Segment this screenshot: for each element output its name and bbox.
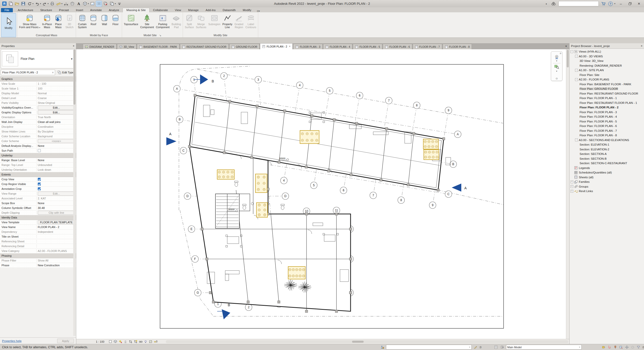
parking-component-button[interactable]: ParkingComponent — [155, 13, 170, 29]
text-a-icon[interactable]: A — [76, 1, 81, 7]
help-caret-icon[interactable]: ▾ — [614, 3, 615, 5]
analytical-model-icon[interactable] — [148, 340, 153, 344]
curtain-system-button[interactable]: CurtainSystem — [77, 13, 88, 29]
merge-surfaces-button[interactable]: MergeSurfaces — [195, 13, 207, 29]
section-header-underlay[interactable]: Underlay⌃ — [0, 153, 76, 158]
dimension-icon[interactable]: 1 — [63, 1, 69, 7]
ribbon-tab-massing-site[interactable]: Massing & Site — [123, 8, 149, 12]
property-row-crop-view[interactable]: Crop View — [0, 177, 76, 182]
thin-lines-icon[interactable] — [96, 1, 102, 7]
tree-expand-icon[interactable]: − — [575, 55, 578, 58]
ribbon-tab-annotate[interactable]: Annotate — [87, 8, 105, 12]
property-row-phase-filter[interactable]: Phase FilterShow All — [0, 258, 76, 263]
close-inactive-icon[interactable] — [103, 1, 108, 7]
search-prev-icon[interactable]: ◂ — [543, 1, 549, 7]
ribbon-tab-modify[interactable]: Modify — [239, 8, 255, 12]
tree-item-floor-plan-basement-floor-park[interactable]: Floor Plan: BASEMENT FLOOR - PARK — [570, 82, 644, 87]
property-row-associated-level[interactable]: Associated Level2. KAT — [0, 196, 76, 201]
active-only-filter-icon[interactable] — [500, 345, 505, 349]
drawing-canvas[interactable]: 11223344556677889910101111AABBCCDDEEFFGG — [76, 49, 569, 339]
tree-expand-icon[interactable]: + — [571, 181, 573, 183]
tree-item-revit-links[interactable]: +Revit Links — [570, 189, 644, 194]
property-row-column-symbolic-offset[interactable]: Column Symbolic Offset30.48 — [0, 206, 76, 210]
property-row-view-scale[interactable]: View Scale1 : 100 — [0, 81, 76, 86]
tree-item-floor-plan-site[interactable]: Floor Plan: Site — [570, 73, 644, 77]
property-line-button[interactable]: PropertyLine — [222, 13, 233, 29]
measure-icon[interactable] — [56, 1, 61, 7]
worksets-icon[interactable] — [380, 345, 385, 349]
tree-item-floor-plan-restaurant-ground-floor[interactable]: Floor Plan: RESTAURANT GROUND FLOOR — [570, 91, 644, 96]
building-lower-wing[interactable] — [190, 147, 351, 311]
roof--button[interactable]: Roof — [88, 13, 99, 26]
section-header-identity-data[interactable]: Identity Data⌃ — [0, 215, 76, 220]
property-row-crop-region-visible[interactable]: Crop Region Visible — [0, 182, 76, 187]
wall--button[interactable]: Wall — [99, 13, 110, 26]
property-row-color-scheme[interactable]: Color Scheme<none> — [0, 139, 76, 144]
tree-item-groups[interactable]: +Groups — [570, 184, 644, 189]
ribbon-tab-add-ins[interactable]: Add-Ins — [202, 8, 219, 12]
tree-item-schedules-quantities-all-[interactable]: Schedules/Quantities (all) — [570, 170, 644, 175]
minimize-button[interactable]: – — [617, 1, 624, 6]
view-tab-ground-floor[interactable]: GROUND FLOOR — [229, 44, 260, 49]
background-processes-icon[interactable] — [630, 345, 635, 349]
navbar-collapse-icon[interactable]: ⊖ — [555, 77, 558, 80]
ribbon-tab-insert[interactable]: Insert — [72, 8, 87, 12]
property-row-wall-join-display[interactable]: Wall Join DisplayClean all wall joins — [0, 120, 76, 124]
property-row-annotation-crop[interactable]: Annotation Crop — [0, 187, 76, 191]
select-elements-by-face-icon[interactable] — [619, 345, 623, 349]
view-tab-floor-plan-3[interactable]: FLOOR PLAN - 3 — [293, 44, 323, 49]
section-header-phasing[interactable]: Phasing⌃ — [0, 253, 76, 258]
tree-item-section-section-a[interactable]: Section: SECTION-A — [570, 152, 644, 156]
design-option-dropdown[interactable]: Main Model∨ — [506, 345, 582, 349]
tree-item-families[interactable]: +Families — [570, 180, 644, 184]
tag-icon[interactable] — [69, 1, 75, 7]
search-input[interactable] — [558, 1, 599, 6]
crop-region-icon[interactable] — [133, 340, 138, 344]
property-row-scope-box[interactable]: Scope BoxNone — [0, 201, 76, 206]
tree-item-floor-plan-floor-plan-2[interactable]: Floor Plan: FLOOR PLAN - 2 — [570, 105, 644, 110]
tree-item-a3-00-sections-and-elevations[interactable]: −A3.00 - SECTIONS AND ELEVATIONS — [570, 138, 644, 143]
app-store-cart-icon[interactable] — [601, 1, 606, 7]
checkbox[interactable] — [38, 178, 41, 181]
section-header-graphics[interactable]: Graphics⌃ — [0, 77, 76, 81]
property-row-view-category[interactable]: View CategoryA2.00 - FLOOR PLANS — [0, 249, 76, 253]
customize-caret-icon[interactable] — [117, 1, 122, 7]
editable-only-icon[interactable] — [473, 345, 478, 349]
type-selector[interactable]: Floor Plan ▼ — [1, 49, 75, 68]
tree-item-floor-plan-floor-plan-3[interactable]: Floor Plan: FLOOR PLAN - 3 — [570, 110, 644, 115]
ribbon-tab-structure[interactable]: Structure — [37, 8, 56, 12]
reveal-hidden-icon[interactable] — [138, 340, 143, 344]
property-row-scale-value-1-[interactable]: Scale Value 1:100 — [0, 86, 76, 91]
crop-view-icon[interactable] — [128, 340, 133, 344]
redo-caret-icon[interactable]: ▾ — [48, 3, 49, 5]
detail-cube-icon[interactable] — [113, 340, 118, 344]
property-row-view-name[interactable]: View NameFLOOR PLAN - 2 — [0, 225, 76, 230]
print-icon[interactable] — [49, 1, 55, 7]
view-tab-floor-plan-8[interactable]: FLOOR PLAN - 8 — [443, 44, 472, 49]
cube-caret-icon[interactable]: ▾ — [88, 3, 89, 5]
floor--button[interactable]: Floor — [110, 13, 121, 26]
binoculars-search-icon[interactable] — [551, 1, 556, 7]
tree-item-floor-plan-floor-plan-8[interactable]: Floor Plan: FLOOR PLAN - 8 — [570, 133, 644, 138]
ribbon-tab-view[interactable]: View — [171, 8, 185, 12]
save-icon[interactable] — [20, 1, 26, 7]
property-row-show-hidden-lines[interactable]: Show Hidden LinesBy Discipline — [0, 129, 76, 134]
help-icon[interactable]: ? — [608, 2, 613, 6]
tree-item-floor-plan-ground-floor[interactable]: Floor Plan: GROUND FLOOR — [570, 86, 644, 91]
tree-item-section-elevation-2[interactable]: Section: ELEVATION-2 — [570, 147, 644, 152]
value-button[interactable]: Edit... — [38, 192, 75, 196]
ribbon-tab-datasmith[interactable]: Datasmith — [219, 8, 239, 12]
tree-item-floor-plan-floor-plan-5[interactable]: Floor Plan: FLOOR PLAN - 5 — [570, 119, 644, 124]
cube-icon[interactable] — [82, 1, 88, 7]
property-row-visibility-graphics-overr-[interactable]: Visibility/Graphics Overr...Edit... — [0, 105, 76, 110]
undo-icon[interactable] — [34, 1, 40, 7]
label-contours-button[interactable]: LabelContours — [245, 13, 257, 29]
instance-type-dropdown[interactable]: Floor Plan: FLOOR PLAN - 2 ∨ — [1, 70, 55, 75]
in-place-mass-button[interactable]: In-PlaceMass — [41, 13, 53, 29]
ribbon-tab-manage[interactable]: Manage — [185, 8, 202, 12]
property-row-view-template[interactable]: View TemplateFLOOR PLAN TEMPLATE — [0, 220, 76, 225]
property-row-graphic-display-options[interactable]: Graphic Display OptionsEdit... — [0, 110, 76, 115]
close-button[interactable]: × — [635, 1, 642, 6]
tree-item-a0-00-3d-views[interactable]: −A0.00 - 3D VIEWS — [570, 54, 644, 59]
section-icon[interactable] — [90, 1, 95, 7]
